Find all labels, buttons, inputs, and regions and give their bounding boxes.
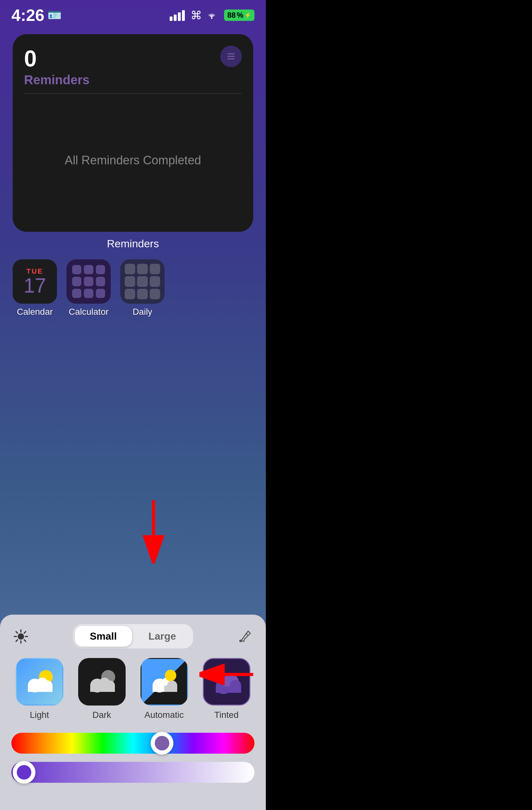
widget-divider [24,93,242,94]
calc-btn-9 [96,289,105,298]
brightness-icon[interactable] [11,627,30,646]
calc-btn-5 [84,277,93,286]
calc-btn-8 [84,289,93,298]
svg-point-13 [239,639,242,642]
style-option-light[interactable]: Light [11,658,67,720]
widget-menu-icon[interactable] [220,46,242,67]
eyedropper-icon[interactable] [235,627,254,646]
opacity-slider-container[interactable] [11,762,254,783]
automatic-label: Automatic [144,710,184,720]
signal-bar-1 [170,16,172,21]
calc-btn-6 [96,277,105,286]
opacity-thumb[interactable] [13,761,35,784]
style-options: Light Dark [11,658,254,720]
calculator-icon [66,259,111,304]
daily-sub-6 [150,276,160,287]
time-display: 4:26 [11,6,44,25]
hue-thumb-inner [154,735,170,751]
widget-title: Reminders [24,73,242,87]
wifi-icon: ⌘ [190,9,218,22]
calendar-label: Calendar [17,307,53,317]
daily-sub-2 [137,264,148,274]
size-toggle[interactable]: Small Large [73,624,193,648]
calc-btn-7 [72,289,81,298]
widget-count: 0 [24,46,242,71]
tinted-label: Tinted [214,710,239,720]
small-size-btn[interactable]: Small [75,626,132,647]
large-size-btn[interactable]: Large [133,626,191,647]
svg-point-4 [18,633,24,639]
opacity-thumb-inner [16,764,32,780]
calculator-label: Calculator [69,307,109,317]
svg-rect-29 [152,685,164,692]
svg-rect-23 [90,685,115,692]
tinted-style-icon [203,658,250,706]
signal-bars [170,10,185,21]
calc-btn-4 [72,277,81,286]
battery-level: 88 [227,11,236,20]
auto-style-icon [140,658,188,706]
svg-line-11 [24,631,26,633]
style-option-automatic[interactable]: Automatic [136,658,192,720]
daily-sub-5 [137,276,148,287]
daily-label: Daily [133,307,152,317]
panel-top-row: Small Large [11,624,254,648]
app-icons-row: TUE 17 Calendar Calculator [0,250,266,317]
svg-line-9 [16,631,18,633]
daily-sub-7 [125,289,135,299]
dark-style-icon [78,658,126,706]
status-time: 4:26 🪪 [11,6,62,25]
battery-indicator: 88% [224,10,254,21]
reminders-widget[interactable]: 0 Reminders All Reminders Completed [13,34,253,232]
style-option-tinted[interactable]: Tinted [198,658,254,720]
widget-label: Reminders [0,238,266,250]
phone-screen: 4:26 🪪 ⌘ 88% [0,0,266,810]
daily-sub-4 [125,276,135,287]
svg-line-10 [24,639,26,641]
arrow-down-indicator [133,500,174,565]
svg-line-12 [16,639,18,641]
svg-point-0 [211,17,212,19]
calc-btn-3 [96,265,105,274]
svg-point-31 [165,670,176,681]
sim-icon: 🪪 [48,9,62,22]
calendar-icon: TUE 17 [13,259,57,304]
hue-slider-container[interactable] [11,733,254,754]
calc-btn-1 [72,265,81,274]
calc-btn-2 [84,265,93,274]
daily-sub-1 [125,264,135,274]
svg-rect-36 [216,686,241,693]
signal-bar-4 [182,10,185,21]
daily-sub-3 [150,264,160,274]
signal-bar-3 [178,12,181,21]
opacity-track[interactable] [11,762,254,783]
black-right-area [266,0,532,810]
calendar-day-num: 17 [23,275,46,296]
app-icon-calendar[interactable]: TUE 17 Calendar [13,259,57,317]
signal-bar-2 [174,15,177,21]
status-bar: 4:26 🪪 ⌘ 88% [0,0,266,28]
hue-thumb[interactable] [151,732,173,755]
svg-rect-18 [28,685,52,692]
daily-sub-8 [137,289,148,299]
app-icon-calculator[interactable]: Calculator [66,259,111,317]
hue-track[interactable] [11,733,254,754]
svg-rect-30 [164,685,177,692]
style-option-dark[interactable]: Dark [74,658,130,720]
bottom-panel: Small Large [0,615,266,810]
status-right: ⌘ 88% [170,9,254,22]
widget-empty-text: All Reminders Completed [24,100,242,221]
daily-icon [120,259,165,304]
light-label: Light [30,710,49,720]
dark-label: Dark [93,710,111,720]
light-style-icon [16,658,63,706]
app-icon-daily[interactable]: Daily [120,259,165,317]
daily-sub-9 [150,289,160,299]
